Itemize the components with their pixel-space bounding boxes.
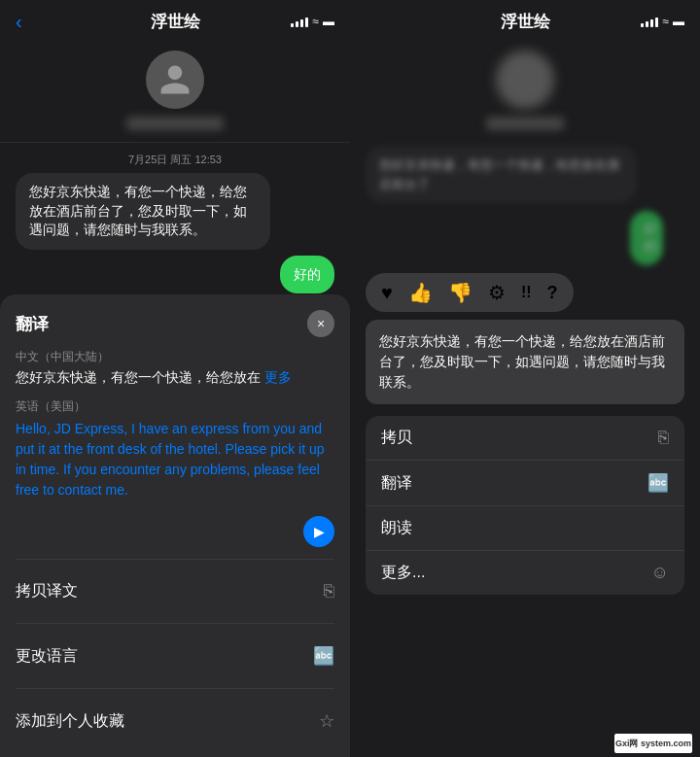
reaction-bell[interactable]: ⚙ [488, 281, 506, 304]
translation-en-text: Hello, JD Express, I have an express fro… [16, 419, 334, 500]
msg-outgoing-1: 好的 [280, 256, 334, 294]
left-panel: ‹ 浮世绘 ≈ ▬ 7月25日 周五 12:53 您好京东快递，有您一个快递，给… [0, 0, 350, 757]
divider-3 [16, 688, 334, 689]
highlighted-message: 您好京东快递，有您一个快递，给您放在酒店前台了，您及时取一下，如遇问题，请您随时… [366, 320, 684, 404]
reaction-thumbdown[interactable]: 👎 [448, 281, 472, 304]
translation-original-text: 您好京东快递，有您一个快递，给您放在 更多 [16, 369, 334, 387]
add-favorite-label: 添加到个人收藏 [16, 711, 124, 732]
close-button[interactable]: × [307, 310, 334, 337]
right-panel: 浮世绘 ≈ ▬ 您好京东快递，有您一个快递，给您放在酒店前台了 好的 [350, 0, 700, 757]
right-battery-icon: ▬ [673, 15, 684, 28]
right-outgoing-bubble: 好的 [630, 211, 663, 265]
context-menu: 拷贝 ⎘ 翻译 🔤 朗读 更多... ☺ [366, 416, 684, 595]
right-avatar [496, 51, 554, 109]
language-icon: 🔤 [313, 645, 334, 667]
msg-incoming-1: 您好京东快递，有您一个快递，给您放在酒店前台了，您及时取一下，如遇问题，请您随时… [16, 173, 270, 250]
translation-title: 翻译 [16, 313, 49, 335]
right-incoming-bubble-1: 您好京东快递，有您一个快递，给您放在酒店前台了 [366, 146, 637, 203]
reaction-exclaim[interactable]: !! [521, 284, 532, 301]
date-divider-1: 7月25日 周五 12:53 [16, 153, 334, 167]
back-button[interactable]: ‹ [16, 11, 22, 33]
translation-header: 翻译 × [16, 310, 334, 337]
zh-lang-label: 中文（中国大陆） [16, 349, 334, 365]
left-app-title: 浮世绘 [151, 11, 200, 33]
right-messages-area[interactable]: 您好京东快递，有您一个快递，给您放在酒店前台了 好的 ♥ 👍 👎 ⚙ !! ? … [350, 142, 700, 757]
more-menu-icon: ☺ [651, 563, 669, 583]
read-action[interactable]: 朗读 [366, 506, 684, 551]
right-wifi-icon: ≈ [662, 15, 669, 28]
more-action[interactable]: 更多... ☺ [366, 551, 684, 595]
read-label: 朗读 [381, 518, 412, 538]
translate-menu-icon: 🔤 [648, 472, 669, 494]
right-outgoing-row: 好的 [630, 211, 684, 273]
person-icon [158, 62, 192, 97]
more-link[interactable]: 更多 [264, 369, 292, 385]
change-language-action[interactable]: 更改语言 🔤 [16, 636, 334, 676]
wifi-icon: ≈ [312, 15, 319, 28]
signal-icon [291, 16, 308, 27]
reaction-heart[interactable]: ♥ [381, 282, 393, 304]
contact-name [126, 117, 224, 130]
translate-label: 翻译 [381, 473, 412, 494]
divider [16, 559, 334, 560]
more-label: 更多... [381, 563, 425, 583]
divider-2 [16, 623, 334, 624]
play-button[interactable]: ▶ [303, 516, 334, 547]
right-app-title: 浮世绘 [501, 11, 550, 33]
right-status-bar: 浮世绘 ≈ ▬ [350, 0, 700, 43]
copy-icon: ⎘ [324, 581, 334, 602]
battery-icon: ▬ [323, 15, 334, 28]
copy-translation-action[interactable]: 拷贝译文 ⎘ [16, 571, 334, 611]
left-status-bar: ‹ 浮世绘 ≈ ▬ [0, 0, 350, 43]
copy-action[interactable]: 拷贝 ⎘ [366, 416, 684, 461]
en-lang-label: 英语（美国） [16, 398, 334, 415]
reaction-thumbup[interactable]: 👍 [408, 281, 433, 304]
contact-header [0, 43, 350, 143]
translate-action[interactable]: 翻译 🔤 [366, 461, 684, 506]
left-status-icons: ≈ ▬ [291, 15, 334, 28]
copy-translation-label: 拷贝译文 [16, 581, 78, 602]
right-contact-header [350, 43, 700, 142]
star-icon: ☆ [319, 710, 334, 732]
translation-overlay: 翻译 × 中文（中国大陆） 您好京东快递，有您一个快递，给您放在 更多 英语（美… [0, 294, 350, 757]
add-favorite-action[interactable]: 添加到个人收藏 ☆ [16, 701, 334, 741]
right-signal-icon [641, 16, 658, 27]
reaction-question[interactable]: ? [547, 283, 558, 303]
right-contact-name [486, 117, 564, 130]
copy-label: 拷贝 [381, 428, 412, 448]
right-status-icons: ≈ ▬ [641, 15, 684, 28]
avatar [146, 51, 204, 109]
reaction-bar[interactable]: ♥ 👍 👎 ⚙ !! ? [366, 273, 574, 312]
message-row-1: 您好京东快递，有您一个快递，给您放在酒店前台了，您及时取一下，如遇问题，请您随时… [16, 173, 334, 256]
copy-menu-icon: ⎘ [658, 428, 669, 448]
watermark: Gxi网 system.com [614, 734, 692, 753]
message-row-outgoing: 好的 [16, 256, 334, 300]
change-language-label: 更改语言 [16, 646, 78, 667]
